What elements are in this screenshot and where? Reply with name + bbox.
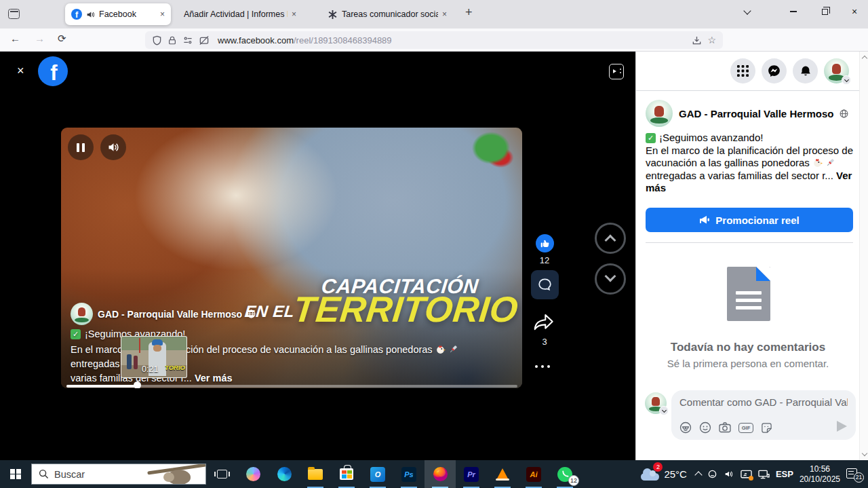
emoji-icon[interactable] xyxy=(699,421,711,434)
window-close-button[interactable]: × xyxy=(841,0,868,23)
share-button[interactable] xyxy=(534,314,554,331)
promote-reel-button[interactable]: Promocionar reel xyxy=(646,208,853,232)
url-bar[interactable]: www.facebook.com/reel/1891308468394889 ☆ xyxy=(145,31,723,49)
comment-composer[interactable]: GIF xyxy=(671,390,856,440)
language-indicator[interactable]: ESP xyxy=(776,469,793,479)
taskbar-microsoft-store[interactable] xyxy=(331,460,362,488)
tray-expand-chevron-icon[interactable] xyxy=(696,470,701,478)
tab-audio-icon[interactable] xyxy=(86,10,95,19)
taskbar-illustrator[interactable]: Ai xyxy=(518,460,549,488)
search-input[interactable] xyxy=(54,469,142,480)
bookmark-star-icon[interactable]: ☆ xyxy=(707,35,716,45)
clock[interactable]: 10:56 20/10/2025 xyxy=(800,464,840,484)
scroll-up-icon[interactable] xyxy=(861,56,867,61)
window-restore-button[interactable] xyxy=(811,0,838,23)
facebook-logo[interactable]: f xyxy=(38,56,68,86)
comment-bubble-icon xyxy=(536,276,553,293)
taskbar-outlook[interactable]: O xyxy=(362,460,393,488)
screen: f Facebook × Añadir Actividad | Informes… xyxy=(0,0,868,488)
network-tray-icon[interactable] xyxy=(758,470,770,479)
task-view-button[interactable] xyxy=(206,460,237,488)
back-button[interactable]: ← xyxy=(10,33,20,44)
video-scrubber-handle[interactable] xyxy=(134,381,141,388)
share-arrow-icon xyxy=(534,314,554,331)
downloads-icon[interactable] xyxy=(692,35,702,45)
reel-video[interactable]: CAPACITACIÓN EN EL TERRITORIO GAD - Parr… xyxy=(61,128,522,388)
page-name[interactable]: GAD - Parroquial Valle Hermoso xyxy=(679,108,833,119)
taskbar-copilot[interactable] xyxy=(237,460,269,488)
browser-tab-bar: f Facebook × Añadir Actividad | Informes… xyxy=(0,0,868,29)
comment-input[interactable] xyxy=(679,396,848,408)
url-text[interactable]: www.facebook.com/reel/1891308468394889 xyxy=(218,35,392,45)
globe-icon xyxy=(840,109,848,118)
tab-overflow-chevron-icon[interactable] xyxy=(734,0,761,23)
profile-menu-button[interactable] xyxy=(824,58,849,83)
more-options-icon[interactable] xyxy=(535,365,550,368)
autoplay-blocked-icon[interactable] xyxy=(199,35,210,45)
tab-facebook[interactable]: f Facebook × xyxy=(65,3,171,25)
taskbar-whatsapp[interactable]: 12 xyxy=(549,460,580,488)
tab-close-icon[interactable]: × xyxy=(292,10,296,19)
page-avatar[interactable] xyxy=(71,303,93,325)
forward-button[interactable]: → xyxy=(35,33,45,44)
messenger-button[interactable] xyxy=(762,58,787,83)
page-avatar[interactable] xyxy=(646,100,673,127)
volume-tray-icon[interactable] xyxy=(724,469,734,479)
taskbar-vlc[interactable] xyxy=(487,460,518,488)
apps-menu-button[interactable] xyxy=(730,58,755,83)
vlc-cone-icon xyxy=(496,468,509,480)
like-button[interactable] xyxy=(536,234,554,252)
tray-app-icon[interactable] xyxy=(707,469,717,479)
comment-button[interactable] xyxy=(531,270,559,299)
window-minimize-button[interactable] xyxy=(780,0,807,23)
avatar-sticker-icon[interactable] xyxy=(679,421,692,434)
new-tab-button[interactable]: + xyxy=(465,5,473,20)
gif-icon[interactable]: GIF xyxy=(738,423,753,433)
pause-button[interactable] xyxy=(68,134,94,160)
panel-scrollbar[interactable] xyxy=(859,52,868,460)
see-more-link[interactable]: Ver más xyxy=(195,373,233,383)
shield-icon[interactable] xyxy=(152,35,162,45)
video-page-row[interactable]: GAD - Parroquial Valle Hermoso xyxy=(71,303,256,325)
scroll-down-icon[interactable] xyxy=(861,451,867,456)
send-comment-icon[interactable] xyxy=(837,421,847,432)
taskbar-file-explorer[interactable] xyxy=(300,460,331,488)
taskbar-premiere[interactable]: Pr xyxy=(456,460,487,488)
notification-center-button[interactable]: 21 xyxy=(846,468,861,481)
search-icon xyxy=(39,469,49,479)
lock-icon[interactable] xyxy=(167,35,177,45)
previous-reel-button[interactable] xyxy=(595,223,626,254)
collapse-panel-icon[interactable] xyxy=(609,64,624,79)
tab-close-icon[interactable]: × xyxy=(160,10,165,19)
sticker-icon[interactable] xyxy=(761,422,772,434)
start-button[interactable] xyxy=(0,460,31,488)
screencast-tray-icon[interactable] xyxy=(741,470,752,479)
system-tray: 2 25°C ESP 10:56 20/10/2025 21 xyxy=(641,464,868,484)
permissions-icon[interactable] xyxy=(182,35,193,45)
url-path: /reel/1891308468394889 xyxy=(294,35,392,45)
search-highlight-image[interactable] xyxy=(150,464,205,484)
chicken-emoji xyxy=(812,157,823,168)
composer-avatar xyxy=(645,392,667,414)
camera-icon[interactable] xyxy=(719,422,731,433)
taskbar-edge[interactable] xyxy=(269,460,300,488)
taskbar-firefox-active[interactable] xyxy=(425,460,456,488)
tab-tareas[interactable]: Tareas comunicador social GAD × xyxy=(321,3,453,25)
tab-informes[interactable]: Añadir Actividad | Informes Mensua × xyxy=(178,3,302,25)
close-reel-icon[interactable]: × xyxy=(17,64,24,78)
taskbar-photoshop[interactable]: Ps xyxy=(393,460,425,488)
volume-button[interactable] xyxy=(100,134,126,160)
page-name[interactable]: GAD - Parroquial Valle Hermoso xyxy=(98,309,242,320)
firefox-view-icon[interactable] xyxy=(8,9,20,19)
taskbar-search-box[interactable] xyxy=(31,464,206,485)
share-count: 3 xyxy=(530,337,559,347)
next-reel-button[interactable] xyxy=(595,263,626,295)
no-comments-subtitle: Sé la primera persona en comentar. xyxy=(636,358,860,369)
chevron-down-icon[interactable] xyxy=(659,406,669,415)
post-author-row[interactable]: GAD - Parroquial Valle Hermoso xyxy=(646,100,848,127)
scrubber-preview-thumbnail: 0:21 TORIO xyxy=(121,336,187,378)
tab-close-icon[interactable]: × xyxy=(442,10,447,19)
reload-button[interactable]: ⟳ xyxy=(58,33,66,45)
weather-widget[interactable]: 2 25°C xyxy=(641,468,687,481)
notifications-button[interactable] xyxy=(793,58,818,83)
